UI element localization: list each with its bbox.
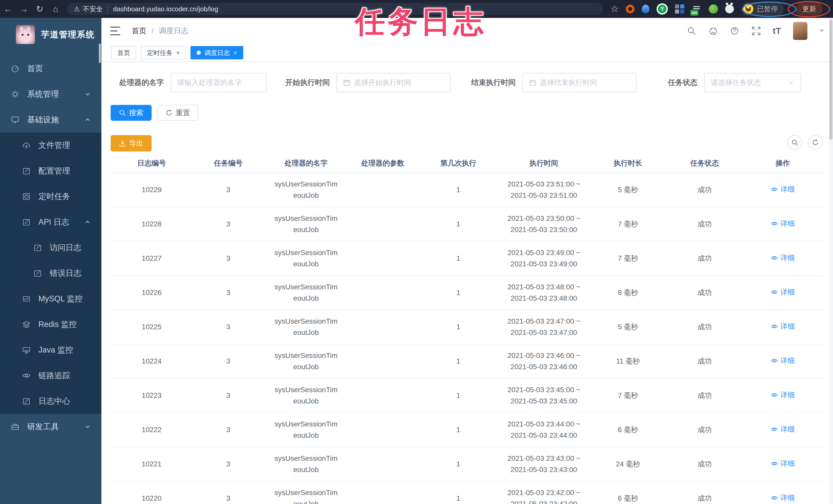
sidebar-item-trace[interactable]: 链路追踪 [0,363,101,388]
profile-paused-chip[interactable]: 已暂停 [741,2,784,16]
tag-job-log-active[interactable]: 调度日志 × [191,46,243,59]
detail-link[interactable]: 详细 [771,252,795,263]
table-row: 10222 3 sysUserSessionTim eoutJob 1 2021… [111,413,824,447]
table-row: 10221 3 sysUserSessionTim eoutJob 1 2021… [111,447,824,481]
cell-actions: 详细 [742,355,824,368]
cell-status: 成功 [668,321,742,333]
cell-job-id: 3 [193,424,264,435]
detail-link[interactable]: 详细 [771,424,795,435]
chevron-up-icon [84,116,91,123]
cell-actions: 详细 [742,184,824,196]
refresh-table-button[interactable] [808,135,823,150]
sidebar-scrollbar-thumb[interactable] [99,44,101,63]
sidebar-item-infrastructure[interactable]: 基础设施 [0,107,101,132]
sidebar-item-error-log[interactable]: 错误日志 [0,260,101,286]
hamburger-icon[interactable] [110,27,120,35]
breadcrumb-home[interactable]: 首页 [132,26,146,36]
sidebar-item-config-manage[interactable]: 配置管理 [0,158,101,184]
user-avatar[interactable] [793,22,807,40]
cell-job-id: 3 [193,356,264,367]
detail-link[interactable]: 详细 [771,492,795,503]
font-size-icon[interactable]: tT [773,26,781,36]
cell-actions: 详细 [742,252,824,265]
cell-job-id: 3 [193,219,264,230]
detail-link[interactable]: 详细 [771,218,795,229]
page-scrollbar[interactable] [829,18,833,504]
app-logo[interactable]: 芋道管理系统 [0,18,101,47]
cell-status: 成功 [668,356,742,367]
sidebar-item-home[interactable]: 首页 [0,56,101,81]
sidebar-item-access-log[interactable]: 访问日志 [0,235,101,260]
sidebar-item-api-log[interactable]: API 日志 [0,209,101,235]
cell-job-id: 3 [193,390,264,401]
extension-green-y-icon[interactable]: Y [657,3,668,15]
extension-leaf-icon[interactable] [709,4,718,14]
omnibox-divider [107,5,108,13]
table-row: 10228 3 sysUserSessionTim eoutJob 1 2021… [111,207,824,242]
extension-on-badge-icon[interactable]: on [691,4,701,14]
paused-label: 已暂停 [757,4,778,14]
fullscreen-icon[interactable] [751,26,761,36]
detail-link[interactable]: 详细 [771,355,795,367]
sidebar-item-scheduled-jobs[interactable]: 定时任务 [0,184,101,209]
edit-icon [22,167,31,175]
tag-close-icon[interactable]: × [176,50,180,56]
extension-drop-icon[interactable] [642,5,649,13]
job-status-select[interactable]: 请选择任务状态 [704,73,801,92]
help-icon[interactable] [730,26,740,36]
table-row: 10220 3 sysUserSessionTim eoutJob 1 2021… [111,481,824,504]
sidebar-item-mysql-monitor[interactable]: MySQL 监控 [0,286,101,311]
tag-scheduled-jobs[interactable]: 定时任务 × [141,46,186,59]
toggle-search-button[interactable] [787,135,802,150]
browser-update-button[interactable]: 更新 [795,2,823,16]
extension-grid-icon[interactable] [675,4,684,14]
page-scrollbar-thumb[interactable] [829,20,832,140]
table-header-row: 日志编号任务编号处理器的名字处理器的参数第几次执行执行时间执行时长任务状态操作 [111,154,824,173]
forward-icon[interactable]: → [16,4,32,14]
back-icon[interactable]: ← [0,4,16,14]
sidebar-item-redis-monitor[interactable]: Redis 监控 [0,311,101,337]
browser-chrome: ← → ↻ ⌂ ⚠ 不安全 dashboard.yudao.iocoder.cn… [0,0,833,18]
sidebar-item-log-center[interactable]: 日志中心 [0,388,101,414]
bookmark-star-icon[interactable]: ☆ [611,4,619,14]
home-icon[interactable]: ⌂ [48,4,64,14]
table-header-cell: 执行时间 [499,158,589,169]
cell-exec-time: 2021-05-03 23:50:00 ~ 2021-05-03 23:50:0… [499,213,589,235]
tag-close-icon[interactable]: × [234,50,237,56]
detail-link[interactable]: 详细 [771,184,795,195]
avatar-caret-down-icon[interactable] [819,29,824,32]
sidebar-item-dev-tools[interactable]: 研发工具 [0,414,101,439]
handler-name-input[interactable]: 请输入处理器的名字 [170,73,267,92]
end-time-picker[interactable]: 选择结束执行时间 [522,73,637,92]
detail-link[interactable]: 详细 [771,458,795,469]
address-bar[interactable]: ⚠ 不安全 dashboard.yudao.iocoder.cn/job/log [67,3,603,15]
cell-actions: 详细 [742,389,824,402]
sidebar-item-system[interactable]: 系统管理 [0,81,101,107]
sidebar-item-java-monitor[interactable]: Java 监控 [0,337,101,363]
github-icon[interactable] [708,26,718,36]
cell-status: 成功 [668,390,742,401]
detail-link[interactable]: 详细 [771,321,795,332]
eye-icon [771,460,778,467]
start-time-picker[interactable]: 选择开始执行时间 [336,73,451,92]
eye-icon [771,186,778,193]
detail-link[interactable]: 详细 [771,389,795,401]
search-icon[interactable] [687,26,696,36]
sidebar-item-file-manage[interactable]: 文件管理 [0,132,101,158]
tag-home[interactable]: 首页 [111,46,136,59]
extension-paw-icon[interactable] [725,5,734,13]
cell-retry-index: 1 [418,321,499,333]
cell-duration: 6 毫秒 [589,424,668,435]
search-button[interactable]: 搜索 [111,105,151,121]
toolbox-icon [11,422,20,431]
detail-link[interactable]: 详细 [771,286,795,298]
cell-handler-name: sysUserSessionTim eoutJob [264,384,348,407]
cell-handler-name: sysUserSessionTim eoutJob [264,213,348,235]
reload-icon[interactable]: ↻ [32,4,48,14]
extensions-area: ☆ Y on 已暂停 更新 ⋮ [611,2,833,16]
export-button[interactable]: 导出 [111,135,151,151]
reset-button[interactable]: 重置 [157,105,198,121]
extension-orange-icon[interactable] [626,5,635,13]
chevron-down-icon [84,91,91,98]
table-row: 10227 3 sysUserSessionTim eoutJob 1 2021… [111,242,824,276]
